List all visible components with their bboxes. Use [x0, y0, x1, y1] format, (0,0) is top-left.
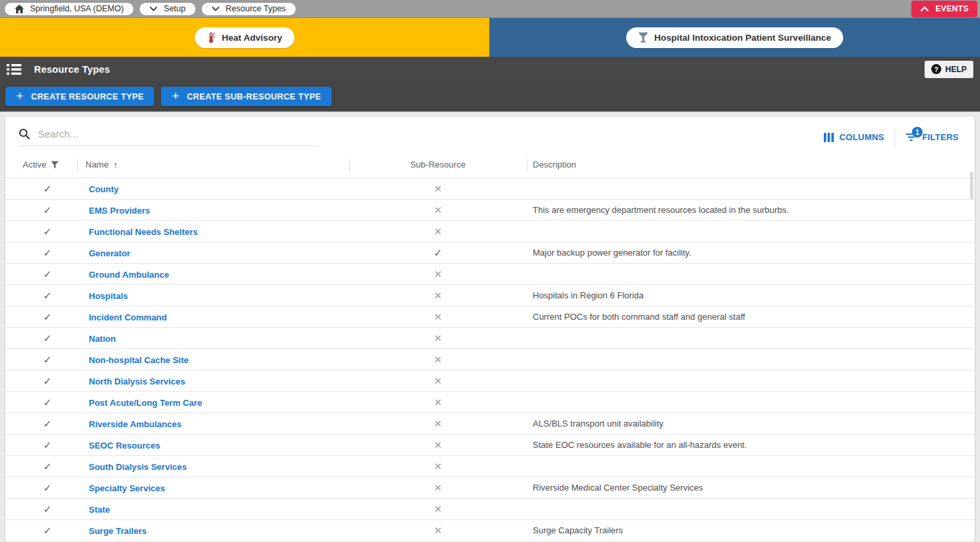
table-header-row: Active Name ↑ Sub-Resource Description [5, 152, 975, 178]
table-row[interactable]: ✓ SEOC Resources ✕ State EOC resources a… [5, 435, 975, 456]
heat-advisory-banner: Heat Advisory [0, 18, 489, 57]
resource-name-link[interactable]: Surge Trailers [77, 526, 147, 536]
sub-resource-mark: ✕ [434, 483, 443, 493]
resource-name-link[interactable]: North Dialysis Services [77, 376, 186, 386]
resource-name-link[interactable]: Ground Ambulance [77, 270, 169, 280]
page-header: Resource Types ? HELP [0, 57, 980, 81]
chevron-down-icon [212, 6, 220, 11]
resource-name-link[interactable]: Non-hospital Cache Site [77, 355, 189, 365]
column-header-description[interactable]: Description [527, 152, 975, 178]
chevron-up-icon [920, 6, 929, 12]
table-row[interactable]: ✓ EMS Providers ✕ This are emergency dep… [5, 200, 975, 221]
context-label: Springfield, USA (DEMO) [30, 4, 124, 13]
active-mark: ✓ [43, 397, 52, 407]
list-menu-icon[interactable] [7, 63, 21, 75]
resource-name-link[interactable]: SEOC Resources [77, 441, 160, 451]
sub-resource-mark: ✕ [434, 226, 443, 236]
column-header-name[interactable]: Name ↑ [77, 152, 349, 178]
column-header-active[interactable]: Active [17, 152, 77, 178]
filters-count-badge: 1 [912, 127, 923, 138]
sub-resource-mark: ✕ [434, 397, 443, 407]
sub-resource-header-label: Sub-Resource [410, 160, 465, 170]
resource-name-link[interactable]: South Dialysis Services [77, 462, 187, 472]
active-mark: ✓ [43, 483, 52, 493]
sub-resource-mark: ✕ [434, 504, 443, 514]
events-button[interactable]: EVENTS [911, 1, 977, 17]
row-description: This are emergency department resources … [527, 205, 975, 215]
active-mark: ✓ [43, 205, 52, 215]
resource-name-link[interactable]: Nation [77, 334, 115, 344]
resource-name-link[interactable]: State [77, 505, 110, 515]
sort-ascending-icon: ↑ [113, 160, 118, 170]
table-row[interactable]: ✓ North Dialysis Services ✕ [5, 370, 975, 392]
sub-resource-mark: ✕ [434, 354, 443, 364]
table-row[interactable]: ✓ Specialty Services ✕ Riverside Medical… [5, 477, 975, 499]
active-mark: ✓ [43, 248, 52, 258]
sub-resource-mark: ✕ [434, 312, 443, 322]
table-row[interactable]: ✓ Hospitals ✕ Hospitals in Region 6 Flor… [5, 285, 975, 306]
home-icon [15, 5, 24, 13]
column-header-sub-resource[interactable]: Sub-Resource [349, 152, 527, 178]
active-mark: ✓ [43, 504, 52, 514]
chevron-down-icon [150, 6, 158, 11]
setup-menu-label: Setup [164, 4, 186, 13]
columns-button[interactable]: COLUMNS [817, 128, 891, 146]
row-description: State EOC resources available for an all… [527, 440, 975, 450]
surveillance-button[interactable]: Hospital Intoxication Patient Surveillan… [626, 27, 843, 48]
table-row[interactable]: ✓ Nation ✕ [5, 328, 975, 349]
table-row[interactable]: ✓ Non-hospital Cache Site ✕ [5, 349, 975, 370]
table-row[interactable]: ✓ Incident Command ✕ Current POCs for bo… [5, 306, 975, 328]
active-mark: ✓ [43, 312, 52, 322]
resource-name-link[interactable]: Generator [77, 248, 130, 258]
resource-name-link[interactable]: County [77, 184, 119, 194]
sub-resource-mark: ✕ [434, 525, 443, 535]
row-description: Current POCs for both command staff and … [527, 312, 975, 322]
table-row[interactable]: ✓ Riverside Ambulances ✕ ALS/BLS transpo… [5, 413, 975, 435]
active-mark: ✓ [43, 419, 52, 429]
resource-types-card: COLUMNS 1 FILTERS Active [5, 117, 975, 542]
resource-name-link[interactable]: EMS Providers [77, 206, 150, 216]
sub-resource-mark: ✕ [434, 461, 443, 471]
active-mark: ✓ [43, 354, 52, 364]
resource-name-link[interactable]: Post Acute/Long Term Care [77, 398, 202, 408]
table-row[interactable]: ✓ Post Acute/Long Term Care ✕ [5, 392, 975, 413]
question-mark-icon: ? [931, 64, 941, 74]
filter-funnel-icon[interactable] [51, 161, 59, 169]
resource-name-link[interactable]: Riverside Ambulances [77, 419, 182, 429]
table-row[interactable]: ✓ Ground Ambulance ✕ [5, 264, 975, 285]
resource-name-link[interactable]: Hospitals [77, 291, 128, 301]
heat-advisory-button[interactable]: Heat Advisory [195, 27, 294, 48]
columns-label: COLUMNS [839, 132, 884, 142]
table-row[interactable]: ✓ County ✕ [5, 178, 975, 200]
action-toolbar: + CREATE RESOURCE TYPE + CREATE SUB-RESO… [0, 81, 980, 112]
surveillance-label: Hospital Intoxication Patient Surveillan… [654, 33, 831, 43]
table-row[interactable]: ✓ State ✕ [5, 499, 975, 520]
events-label: EVENTS [935, 4, 969, 13]
plus-icon: + [16, 89, 24, 102]
sub-resource-mark: ✕ [434, 419, 443, 429]
resource-name-link[interactable]: Specialty Services [77, 483, 165, 493]
search-input[interactable] [38, 128, 319, 140]
table-row[interactable]: ✓ Functional Needs Shelters ✕ [5, 221, 975, 242]
scrollbar-thumb[interactable] [970, 172, 973, 200]
active-mark: ✓ [43, 290, 52, 300]
surveillance-banner: Hospital Intoxication Patient Surveillan… [489, 18, 980, 57]
create-sub-resource-type-button[interactable]: + CREATE SUB-RESOURCE TYPE [161, 87, 332, 106]
setup-menu-button[interactable]: Setup [139, 2, 196, 16]
table-row[interactable]: ✓ Surge Trailers ✕ Surge Capacity Traile… [5, 520, 975, 541]
resource-name-link[interactable]: Functional Needs Shelters [77, 227, 198, 237]
table-body: ✓ County ✕ ✓ EMS Providers ✕ This are em… [5, 178, 975, 541]
table-row[interactable]: ✓ South Dialysis Services ✕ [5, 456, 975, 477]
active-header-label: Active [23, 160, 46, 170]
table-view-controls: COLUMNS 1 FILTERS [817, 128, 965, 146]
sub-resource-mark: ✕ [434, 440, 443, 450]
create-resource-type-button[interactable]: + CREATE RESOURCE TYPE [5, 87, 154, 106]
table-row[interactable]: ✓ Generator ✓ Major backup power generat… [5, 242, 975, 264]
filters-button[interactable]: 1 FILTERS [899, 128, 965, 146]
resource-types-menu-button[interactable]: Resource Types [201, 2, 296, 16]
resource-name-link[interactable]: Incident Command [77, 312, 167, 322]
context-selector-button[interactable]: Springfield, USA (DEMO) [4, 2, 134, 16]
create-sub-resource-type-label: CREATE SUB-RESOURCE TYPE [187, 92, 321, 101]
help-label: HELP [945, 65, 967, 74]
help-button[interactable]: ? HELP [925, 61, 973, 78]
